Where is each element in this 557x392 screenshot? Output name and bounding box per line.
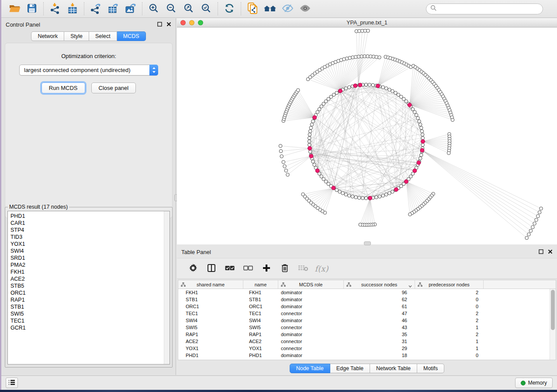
- mcds-result-item[interactable]: CAR1: [10, 220, 170, 227]
- cell-predecessors[interactable]: 1: [415, 324, 484, 331]
- graph-node[interactable]: [348, 194, 351, 197]
- tab-network-table[interactable]: Network Table: [370, 364, 417, 373]
- mcds-list-scrollbar[interactable]: [164, 211, 170, 364]
- graph-node-mcds[interactable]: [420, 148, 424, 152]
- graph-node[interactable]: [418, 120, 421, 123]
- graph-node[interactable]: [384, 193, 388, 196]
- table-row[interactable]: RAP1RAP1dominator352: [178, 331, 550, 338]
- tab-motifs[interactable]: Motifs: [417, 364, 444, 373]
- cell-name[interactable]: ORC1: [243, 303, 278, 310]
- graph-node-mcds[interactable]: [313, 116, 317, 120]
- graph-node-mcds[interactable]: [404, 179, 408, 183]
- graph-node[interactable]: [279, 144, 282, 148]
- cell-successors[interactable]: 31: [344, 338, 415, 345]
- graph-node-mcds[interactable]: [413, 169, 417, 173]
- cell-successors[interactable]: 61: [344, 303, 415, 310]
- import-network-button[interactable]: [46, 1, 64, 16]
- graph-node[interactable]: [351, 195, 354, 198]
- graph-node[interactable]: [419, 126, 423, 130]
- graph-node[interactable]: [308, 143, 311, 147]
- cell-name[interactable]: FKH1: [243, 289, 278, 296]
- graph-node[interactable]: [335, 91, 339, 95]
- close-panel-button[interactable]: Close panel: [91, 83, 136, 93]
- graph-node[interactable]: [420, 130, 424, 133]
- graph-node-mcds[interactable]: [332, 186, 336, 190]
- cell-name[interactable]: STB1: [243, 296, 278, 303]
- mcds-result-item[interactable]: TID3: [10, 234, 170, 241]
- graph-node[interactable]: [301, 193, 305, 196]
- graph-node-mcds[interactable]: [339, 89, 343, 93]
- first-neighbors-button[interactable]: [261, 1, 279, 16]
- cell-successors[interactable]: 47: [344, 310, 415, 317]
- graph-node[interactable]: [421, 133, 424, 137]
- graph-node-mcds[interactable]: [309, 154, 313, 158]
- cell-successors[interactable]: 18: [344, 352, 415, 359]
- cell-name[interactable]: TEC1: [243, 310, 278, 317]
- cell-shared-name[interactable]: ACE2: [178, 338, 243, 345]
- graph-node[interactable]: [338, 190, 342, 193]
- graph-node-mcds[interactable]: [408, 103, 412, 107]
- delete-table-button[interactable]: [296, 261, 311, 276]
- float-panel-icon[interactable]: [157, 21, 162, 28]
- graph-node-mcds[interactable]: [353, 84, 357, 88]
- column-header-MCDS-role[interactable]: MCDS role: [278, 280, 344, 289]
- cell-shared-name[interactable]: TEC1: [178, 310, 243, 317]
- graph-node[interactable]: [368, 83, 371, 86]
- zoom-fit-button[interactable]: [180, 1, 197, 16]
- graph-node-mcds[interactable]: [308, 146, 312, 150]
- mcds-result-item[interactable]: ORC1: [10, 289, 170, 296]
- graph-node[interactable]: [408, 213, 412, 216]
- cell-role[interactable]: dominator: [278, 331, 344, 338]
- table-row[interactable]: PHD1PHD1dominator180: [178, 352, 550, 359]
- mcds-result-item[interactable]: ACE2: [10, 275, 170, 282]
- cell-shared-name[interactable]: YOX1: [178, 345, 243, 352]
- cell-successors[interactable]: 43: [344, 324, 415, 331]
- graph-node[interactable]: [381, 86, 385, 89]
- export-table-button[interactable]: [104, 1, 122, 16]
- cell-name[interactable]: RAP1: [243, 331, 278, 338]
- memory-button[interactable]: Memory: [515, 378, 553, 388]
- open-session-button[interactable]: [6, 1, 23, 16]
- column-header-predecessor-nodes[interactable]: predecessor nodes: [415, 280, 484, 289]
- criterion-select[interactable]: largest connected component (undirected): [19, 65, 158, 76]
- graph-node[interactable]: [384, 87, 388, 90]
- graph-node[interactable]: [378, 195, 381, 198]
- export-image-button[interactable]: [122, 1, 139, 16]
- graph-node[interactable]: [364, 83, 368, 86]
- mcds-result-item[interactable]: YOX1: [10, 241, 170, 248]
- table-row[interactable]: STB1STB1dominator620: [178, 296, 550, 303]
- graph-node[interactable]: [419, 153, 423, 157]
- graph-node[interactable]: [531, 226, 535, 229]
- import-table-button[interactable]: [64, 1, 81, 16]
- cell-predecessors[interactable]: 0: [415, 296, 484, 303]
- zoom-in-button[interactable]: [145, 1, 163, 16]
- table-scrollbar[interactable]: [550, 289, 556, 360]
- table-scrollbar-thumb[interactable]: [551, 290, 555, 330]
- cell-name[interactable]: PHD1: [243, 352, 278, 359]
- save-session-button[interactable]: [23, 1, 41, 16]
- mcds-result-item[interactable]: TEC1: [10, 317, 170, 324]
- cell-predecessors[interactable]: 1: [415, 345, 484, 352]
- mcds-result-item[interactable]: SWI5: [10, 310, 170, 317]
- cell-name[interactable]: YOX1: [243, 345, 278, 352]
- cell-successors[interactable]: 62: [344, 296, 415, 303]
- column-header-successor-nodes[interactable]: successor nodes: [344, 280, 415, 289]
- graph-node[interactable]: [535, 218, 538, 222]
- table-row[interactable]: FKH1FKH1dominator962: [178, 289, 550, 296]
- tab-mcds[interactable]: MCDS: [117, 31, 146, 41]
- graph-node[interactable]: [283, 165, 287, 168]
- cell-successors[interactable]: 35: [344, 331, 415, 338]
- graph-node-mcds[interactable]: [376, 84, 380, 88]
- cell-role[interactable]: dominator: [278, 303, 344, 310]
- close-panel-icon[interactable]: [548, 248, 553, 256]
- show-columns-button[interactable]: [204, 261, 219, 276]
- graph-node-mcds[interactable]: [315, 169, 319, 173]
- graph-node[interactable]: [308, 150, 312, 154]
- zoom-out-button[interactable]: [163, 1, 180, 16]
- close-window-icon[interactable]: [180, 20, 186, 25]
- refresh-button[interactable]: [221, 1, 238, 16]
- mcds-result-item[interactable]: RAP1: [10, 296, 170, 303]
- graph-node-mcds[interactable]: [394, 188, 398, 192]
- graph-node[interactable]: [540, 207, 543, 210]
- cell-name[interactable]: ACE2: [243, 338, 278, 345]
